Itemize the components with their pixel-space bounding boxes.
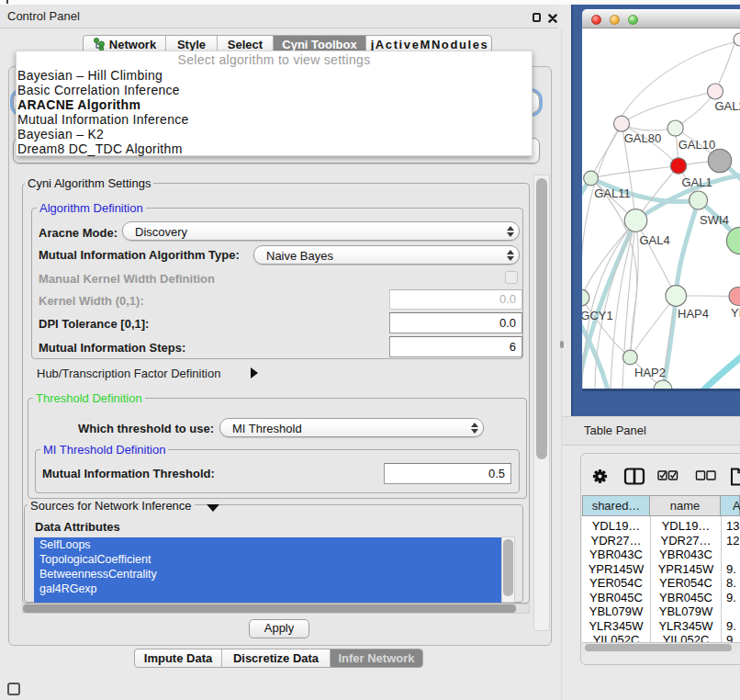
svg-text:GAL10: GAL10 (678, 138, 715, 152)
svg-text:GAL11: GAL11 (594, 186, 631, 200)
svg-text:GAL2: GAL2 (714, 99, 740, 113)
svg-text:GAL4: GAL4 (639, 233, 669, 247)
svg-text:GAL80: GAL80 (624, 131, 661, 145)
svg-text:GCY1: GCY1 (582, 309, 613, 322)
svg-text:HAP2: HAP2 (634, 366, 666, 379)
svg-text:HAP4: HAP4 (678, 307, 709, 321)
svg-text:SWI4: SWI4 (700, 213, 729, 227)
svg-text:GAL1: GAL1 (681, 175, 712, 189)
svg-text:YD: YD (731, 306, 740, 320)
